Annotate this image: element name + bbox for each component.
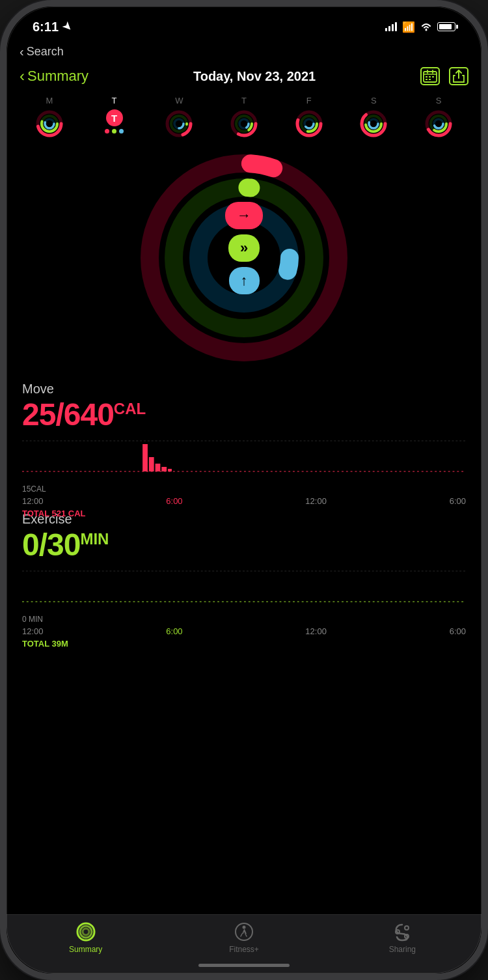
- header-date: Today, Nov 23, 2021: [193, 69, 316, 84]
- exercise-goal: 30: [47, 527, 80, 562]
- exercise-chart-times: 12:00 6:00 12:00 6:00: [22, 626, 466, 636]
- svg-rect-57: [161, 467, 167, 471]
- exercise-total: TOTAL 39M: [22, 639, 466, 649]
- move-arrow-icon: →: [237, 207, 251, 224]
- move-label: Move: [22, 382, 466, 397]
- share-icon: [453, 69, 465, 83]
- exercise-current: 0: [22, 527, 39, 562]
- day-col-thursday[interactable]: T: [211, 96, 277, 138]
- activity-rings-section[interactable]: → » ↑: [7, 141, 481, 382]
- wifi-icon: 📶: [402, 21, 415, 33]
- back-search-button[interactable]: ‹ Search: [20, 44, 64, 59]
- svg-rect-5: [426, 76, 427, 77]
- svg-rect-55: [149, 457, 154, 471]
- location-arrow-icon: ➤: [60, 19, 75, 34]
- home-indicator: [198, 964, 290, 967]
- move-chart-times: 12:00 6:00 12:00 6:00: [22, 496, 466, 506]
- summary-back-button[interactable]: ‹ Summary: [20, 67, 88, 85]
- move-unit: CAL: [114, 400, 146, 417]
- day-col-friday[interactable]: F: [277, 96, 342, 138]
- sharing-tab-icon: [392, 922, 412, 942]
- day-ring-monday: [35, 109, 64, 138]
- stand-badge: ↑: [229, 267, 260, 294]
- summary-back-label: Summary: [27, 68, 88, 85]
- stand-arrow-icon: ↑: [241, 272, 248, 289]
- ring-badges: → » ↑: [225, 202, 263, 294]
- summary-tab-icon: [75, 921, 96, 942]
- move-badge: →: [225, 202, 263, 229]
- exercise-value: 0/30MIN: [22, 528, 466, 563]
- dynamic-island: [195, 13, 293, 36]
- move-chart: 15CAL 12:00 6:00 12:00 6:00 TOTAL 521 CA…: [22, 438, 466, 496]
- exercise-unit: MIN: [80, 530, 109, 548]
- svg-rect-56: [156, 464, 161, 471]
- day-ring-sunday: [424, 109, 453, 138]
- move-goal: 640: [64, 397, 114, 432]
- phone-frame: 6:11 ➤ 📶: [0, 0, 488, 980]
- tab-fitness[interactable]: Fitness+: [165, 921, 323, 954]
- day-col-wednesday[interactable]: W: [146, 96, 211, 138]
- day-col-tuesday-today[interactable]: T T: [82, 96, 147, 138]
- exercise-arrow-icon: »: [240, 240, 248, 257]
- nav-bar: ‹ Search: [7, 42, 481, 64]
- back-label: Search: [27, 45, 64, 59]
- move-value: 25/640CAL: [22, 398, 466, 432]
- stats-section: Move 25/640CAL: [7, 382, 481, 662]
- back-chevron-icon: ‹: [20, 44, 24, 59]
- day-ring-wednesday: [165, 109, 193, 138]
- svg-point-0: [426, 29, 427, 31]
- svg-rect-6: [429, 76, 431, 77]
- day-ring-friday: [295, 109, 323, 138]
- calendar-button[interactable]: [420, 67, 440, 85]
- svg-rect-54: [142, 444, 148, 471]
- day-col-sunday[interactable]: S: [406, 96, 471, 138]
- back-chevron-green-icon: ‹: [20, 67, 25, 85]
- exercise-stat-block[interactable]: Exercise 0/30MIN 0 MIN: [22, 512, 466, 626]
- day-ring-saturday: [359, 109, 388, 138]
- status-time: 6:11 ➤: [33, 20, 71, 35]
- day-ring-thursday: [230, 109, 258, 138]
- today-indicator: T: [105, 109, 124, 133]
- exercise-chart: 0 MIN 12:00 6:00 12:00 6:00 TOTAL 39M: [22, 568, 466, 626]
- svg-rect-9: [429, 79, 431, 80]
- svg-rect-7: [432, 76, 434, 77]
- main-content: → » ↑ Move 25/640CAL: [7, 141, 481, 914]
- page-header: ‹ Summary Today, Nov 23, 2021: [7, 64, 481, 93]
- week-strip: M T T: [7, 93, 481, 141]
- signal-bars-icon: [385, 22, 397, 31]
- tab-sharing[interactable]: Sharing: [323, 921, 481, 954]
- tab-sharing-label: Sharing: [389, 945, 416, 954]
- status-icons: 📶: [385, 21, 455, 33]
- svg-rect-8: [426, 79, 427, 80]
- day-col-monday[interactable]: M: [17, 96, 82, 138]
- move-current: 25: [22, 397, 55, 432]
- tab-fitness-label: Fitness+: [229, 945, 259, 954]
- move-total: TOTAL 521 CAL: [22, 509, 466, 518]
- battery-icon: [437, 22, 455, 31]
- time-display: 6:11: [33, 20, 59, 35]
- svg-point-66: [405, 926, 409, 930]
- calendar-icon: [423, 70, 437, 83]
- wifi-icon: [420, 22, 432, 31]
- day-col-saturday[interactable]: S: [342, 96, 407, 138]
- move-stat-block[interactable]: Move 25/640CAL: [22, 382, 466, 496]
- exercise-chart-svg: [22, 568, 466, 613]
- move-chart-top-label: 15CAL: [22, 484, 466, 494]
- svg-point-65: [242, 926, 245, 929]
- screen: 6:11 ➤ 📶: [7, 7, 481, 973]
- share-button[interactable]: [449, 67, 468, 85]
- svg-rect-58: [168, 469, 172, 471]
- tab-summary[interactable]: Summary: [7, 921, 165, 954]
- exercise-chart-top-label: 0 MIN: [22, 615, 466, 624]
- tab-summary-label: Summary: [69, 945, 102, 954]
- move-chart-svg: [22, 438, 466, 483]
- fitness-tab-icon: [234, 922, 254, 942]
- exercise-badge: »: [228, 234, 260, 262]
- header-actions: [420, 67, 468, 85]
- svg-point-63: [83, 929, 89, 935]
